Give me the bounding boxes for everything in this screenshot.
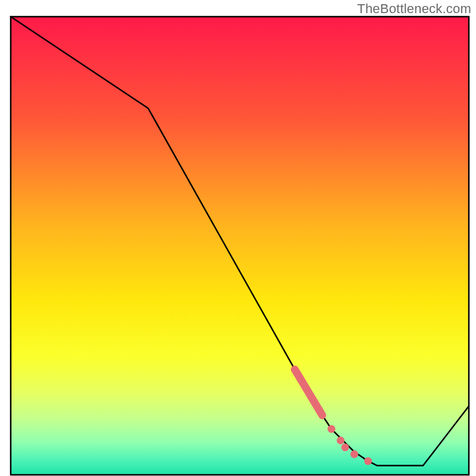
marker-dot xyxy=(350,450,358,458)
watermark-text: TheBottleneck.com xyxy=(357,1,471,17)
chart-container: TheBottleneck.com xyxy=(0,0,476,476)
plot-background xyxy=(11,17,469,475)
marker-dot xyxy=(342,443,349,451)
marker-dot xyxy=(364,457,372,465)
marker-dot xyxy=(328,425,336,433)
marker-dot xyxy=(337,437,345,444)
bottleneck-chart xyxy=(0,0,476,476)
